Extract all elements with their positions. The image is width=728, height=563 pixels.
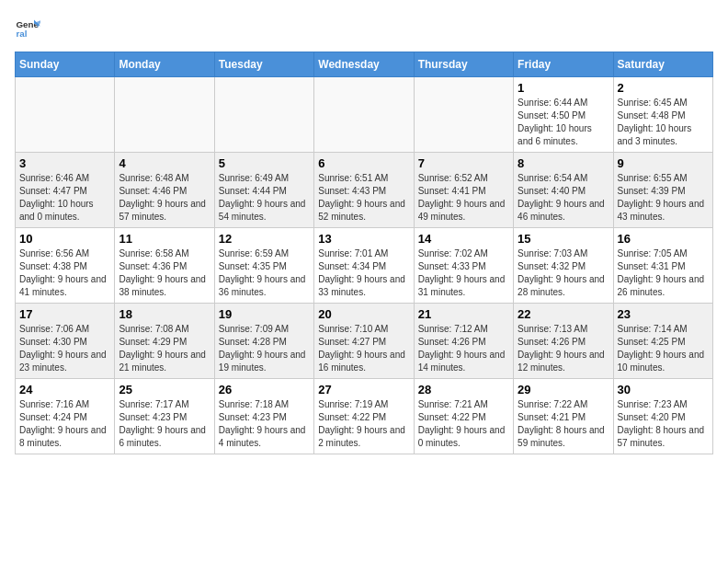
calendar-cell: 27Sunrise: 7:19 AM Sunset: 4:22 PM Dayli…	[314, 379, 414, 454]
col-header-sunday: Sunday	[16, 52, 115, 77]
calendar-cell: 17Sunrise: 7:06 AM Sunset: 4:30 PM Dayli…	[16, 304, 115, 379]
day-number: 4	[119, 156, 210, 170]
col-header-tuesday: Tuesday	[214, 52, 313, 77]
day-info: Sunrise: 7:16 AM Sunset: 4:24 PM Dayligh…	[19, 398, 110, 450]
week-row-4: 17Sunrise: 7:06 AM Sunset: 4:30 PM Dayli…	[16, 304, 713, 379]
day-info: Sunrise: 6:55 AM Sunset: 4:39 PM Dayligh…	[618, 172, 709, 224]
day-number: 19	[219, 307, 310, 321]
calendar-cell: 21Sunrise: 7:12 AM Sunset: 4:26 PM Dayli…	[414, 304, 513, 379]
day-info: Sunrise: 6:51 AM Sunset: 4:43 PM Dayligh…	[318, 172, 409, 224]
day-number: 23	[618, 307, 709, 321]
day-number: 2	[618, 81, 709, 95]
day-info: Sunrise: 7:21 AM Sunset: 4:22 PM Dayligh…	[418, 398, 509, 450]
day-info: Sunrise: 7:08 AM Sunset: 4:29 PM Dayligh…	[119, 323, 210, 374]
day-info: Sunrise: 6:56 AM Sunset: 4:38 PM Dayligh…	[19, 247, 110, 299]
page-header: Gene ral	[15, 15, 713, 40]
day-number: 24	[19, 383, 110, 396]
day-number: 1	[518, 81, 609, 95]
calendar-cell: 1Sunrise: 6:44 AM Sunset: 4:50 PM Daylig…	[514, 77, 613, 153]
day-info: Sunrise: 7:10 AM Sunset: 4:27 PM Dayligh…	[318, 323, 409, 374]
calendar-cell: 11Sunrise: 6:58 AM Sunset: 4:36 PM Dayli…	[115, 228, 214, 304]
logo-icon: Gene ral	[15, 15, 40, 40]
svg-text:ral: ral	[16, 29, 27, 39]
calendar-cell: 14Sunrise: 7:02 AM Sunset: 4:33 PM Dayli…	[414, 228, 513, 304]
day-info: Sunrise: 6:52 AM Sunset: 4:41 PM Dayligh…	[418, 172, 509, 224]
logo: Gene ral	[15, 15, 44, 40]
calendar-cell: 7Sunrise: 6:52 AM Sunset: 4:41 PM Daylig…	[414, 153, 513, 228]
day-number: 22	[518, 307, 609, 321]
day-number: 3	[19, 156, 110, 170]
calendar-cell: 18Sunrise: 7:08 AM Sunset: 4:29 PM Dayli…	[115, 304, 214, 379]
day-number: 8	[518, 156, 609, 170]
day-number: 25	[119, 383, 210, 396]
day-number: 21	[418, 307, 509, 321]
week-row-1: 1Sunrise: 6:44 AM Sunset: 4:50 PM Daylig…	[16, 77, 713, 153]
calendar-cell: 9Sunrise: 6:55 AM Sunset: 4:39 PM Daylig…	[613, 153, 712, 228]
day-number: 26	[219, 383, 310, 396]
day-info: Sunrise: 7:01 AM Sunset: 4:34 PM Dayligh…	[318, 247, 409, 299]
day-info: Sunrise: 7:22 AM Sunset: 4:21 PM Dayligh…	[518, 398, 609, 450]
day-number: 16	[618, 232, 709, 246]
day-info: Sunrise: 7:18 AM Sunset: 4:23 PM Dayligh…	[219, 398, 310, 450]
calendar-cell: 10Sunrise: 6:56 AM Sunset: 4:38 PM Dayli…	[16, 228, 115, 304]
calendar-cell: 2Sunrise: 6:45 AM Sunset: 4:48 PM Daylig…	[613, 77, 712, 153]
calendar-table: SundayMondayTuesdayWednesdayThursdayFrid…	[15, 52, 713, 454]
day-info: Sunrise: 6:49 AM Sunset: 4:44 PM Dayligh…	[219, 172, 310, 224]
col-header-wednesday: Wednesday	[314, 52, 414, 77]
calendar-cell	[414, 77, 513, 153]
day-info: Sunrise: 6:46 AM Sunset: 4:47 PM Dayligh…	[19, 172, 110, 224]
day-info: Sunrise: 7:23 AM Sunset: 4:20 PM Dayligh…	[618, 398, 709, 450]
calendar-cell: 23Sunrise: 7:14 AM Sunset: 4:25 PM Dayli…	[613, 304, 712, 379]
calendar-cell: 22Sunrise: 7:13 AM Sunset: 4:26 PM Dayli…	[514, 304, 613, 379]
calendar-cell: 16Sunrise: 7:05 AM Sunset: 4:31 PM Dayli…	[613, 228, 712, 304]
col-header-friday: Friday	[514, 52, 613, 77]
calendar-cell: 13Sunrise: 7:01 AM Sunset: 4:34 PM Dayli…	[314, 228, 414, 304]
day-info: Sunrise: 6:58 AM Sunset: 4:36 PM Dayligh…	[119, 247, 210, 299]
calendar-cell	[115, 77, 214, 153]
calendar-cell	[214, 77, 313, 153]
day-number: 18	[119, 307, 210, 321]
day-info: Sunrise: 6:44 AM Sunset: 4:50 PM Dayligh…	[518, 97, 609, 148]
calendar-cell: 12Sunrise: 6:59 AM Sunset: 4:35 PM Dayli…	[214, 228, 313, 304]
calendar-cell: 5Sunrise: 6:49 AM Sunset: 4:44 PM Daylig…	[214, 153, 313, 228]
day-number: 5	[219, 156, 310, 170]
week-row-5: 24Sunrise: 7:16 AM Sunset: 4:24 PM Dayli…	[16, 379, 713, 454]
day-info: Sunrise: 6:54 AM Sunset: 4:40 PM Dayligh…	[518, 172, 609, 224]
calendar-cell: 30Sunrise: 7:23 AM Sunset: 4:20 PM Dayli…	[613, 379, 712, 454]
day-number: 29	[518, 383, 609, 396]
day-number: 20	[318, 307, 409, 321]
col-header-saturday: Saturday	[613, 52, 712, 77]
week-row-3: 10Sunrise: 6:56 AM Sunset: 4:38 PM Dayli…	[16, 228, 713, 304]
day-info: Sunrise: 6:45 AM Sunset: 4:48 PM Dayligh…	[618, 97, 709, 148]
col-header-thursday: Thursday	[414, 52, 513, 77]
day-number: 14	[418, 232, 509, 246]
day-number: 7	[418, 156, 509, 170]
calendar-cell	[314, 77, 414, 153]
day-number: 30	[618, 383, 709, 396]
day-number: 28	[418, 383, 509, 396]
calendar-cell: 24Sunrise: 7:16 AM Sunset: 4:24 PM Dayli…	[16, 379, 115, 454]
day-info: Sunrise: 7:19 AM Sunset: 4:22 PM Dayligh…	[318, 398, 409, 450]
day-info: Sunrise: 7:02 AM Sunset: 4:33 PM Dayligh…	[418, 247, 509, 299]
day-info: Sunrise: 7:09 AM Sunset: 4:28 PM Dayligh…	[219, 323, 310, 374]
day-info: Sunrise: 7:12 AM Sunset: 4:26 PM Dayligh…	[418, 323, 509, 374]
calendar-cell: 8Sunrise: 6:54 AM Sunset: 4:40 PM Daylig…	[514, 153, 613, 228]
calendar-cell: 29Sunrise: 7:22 AM Sunset: 4:21 PM Dayli…	[514, 379, 613, 454]
calendar-cell	[16, 77, 115, 153]
calendar-cell: 15Sunrise: 7:03 AM Sunset: 4:32 PM Dayli…	[514, 228, 613, 304]
day-number: 17	[19, 307, 110, 321]
calendar-cell: 6Sunrise: 6:51 AM Sunset: 4:43 PM Daylig…	[314, 153, 414, 228]
day-number: 12	[219, 232, 310, 246]
day-info: Sunrise: 6:48 AM Sunset: 4:46 PM Dayligh…	[119, 172, 210, 224]
week-row-2: 3Sunrise: 6:46 AM Sunset: 4:47 PM Daylig…	[16, 153, 713, 228]
calendar-cell: 26Sunrise: 7:18 AM Sunset: 4:23 PM Dayli…	[214, 379, 313, 454]
day-number: 11	[119, 232, 210, 246]
day-info: Sunrise: 7:06 AM Sunset: 4:30 PM Dayligh…	[19, 323, 110, 374]
day-number: 9	[618, 156, 709, 170]
calendar-cell: 20Sunrise: 7:10 AM Sunset: 4:27 PM Dayli…	[314, 304, 414, 379]
calendar-cell: 3Sunrise: 6:46 AM Sunset: 4:47 PM Daylig…	[16, 153, 115, 228]
day-number: 6	[318, 156, 409, 170]
day-number: 13	[318, 232, 409, 246]
calendar-cell: 28Sunrise: 7:21 AM Sunset: 4:22 PM Dayli…	[414, 379, 513, 454]
calendar-cell: 25Sunrise: 7:17 AM Sunset: 4:23 PM Dayli…	[115, 379, 214, 454]
